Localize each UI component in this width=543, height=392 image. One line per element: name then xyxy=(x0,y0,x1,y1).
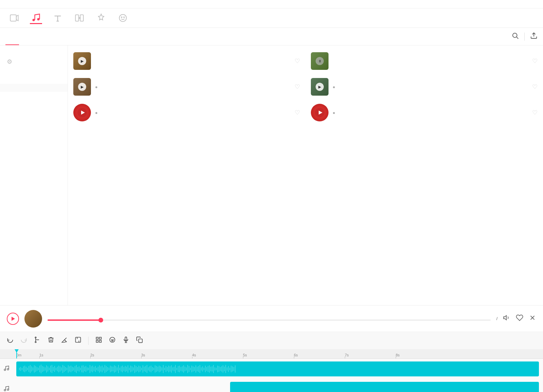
cut-button[interactable] xyxy=(34,336,41,345)
track-thumb-1: ▶ xyxy=(73,52,91,70)
track-name-unwritten: ● xyxy=(333,84,528,90)
svg-rect-4 xyxy=(75,15,78,21)
main-toolbar xyxy=(0,8,543,28)
svg-line-25 xyxy=(64,338,67,340)
sidebar-item-reggae[interactable] xyxy=(0,100,68,108)
ai-icon-6: ● xyxy=(333,110,335,115)
erase-button[interactable] xyxy=(61,336,68,345)
waveform-1: (function() { const heights = [8,12,6,16… xyxy=(16,361,539,376)
heart-icon-2[interactable]: ♡ xyxy=(532,57,538,65)
play-button-1[interactable]: ▶ xyxy=(78,57,86,65)
tab-most-used[interactable] xyxy=(33,28,46,45)
track-item-wild-spaghetti[interactable]: ▶ ♡ xyxy=(68,48,305,74)
svg-rect-34 xyxy=(125,337,127,340)
audio-track-bar-2[interactable] xyxy=(230,382,539,392)
svg-rect-0 xyxy=(10,15,16,21)
np-progress-handle[interactable] xyxy=(98,318,103,322)
heart-icon-5[interactable]: ♡ xyxy=(295,109,300,116)
heart-icon-1[interactable]: ♡ xyxy=(295,57,300,65)
heart-icon-4[interactable]: ♡ xyxy=(532,83,538,91)
svg-rect-32 xyxy=(99,340,101,342)
track-thumb-ai-2 xyxy=(311,104,329,121)
play-button-3[interactable]: ▶ xyxy=(78,83,86,91)
svg-point-40 xyxy=(4,389,6,391)
sidebar-item-experimental[interactable]: ⚙ xyxy=(0,48,68,70)
sidebar-item-new-age[interactable] xyxy=(0,92,68,100)
svg-rect-26 xyxy=(76,337,81,342)
tab-divider xyxy=(524,33,525,41)
np-time-display: / xyxy=(496,316,498,321)
svg-point-21 xyxy=(35,337,36,338)
np-play-button[interactable] xyxy=(7,313,19,325)
delete-button[interactable] xyxy=(48,336,54,345)
timeline-area[interactable]: 0m 1s 2s 3s 4s 5s 6s 7s 8s xyxy=(0,349,543,392)
tab-highest-spend[interactable] xyxy=(19,28,33,45)
track-name-yawning: ● xyxy=(95,84,291,90)
sidebar-item-classical[interactable] xyxy=(0,70,68,84)
now-playing-bar: / xyxy=(0,305,543,332)
np-close-icon[interactable] xyxy=(529,314,536,323)
transition-tool-icon[interactable] xyxy=(73,12,86,24)
np-thumbnail xyxy=(24,310,42,328)
track-name-ai-dance: ● xyxy=(95,110,291,115)
heart-icon-3[interactable]: ♡ xyxy=(295,83,300,91)
tab-all-music[interactable] xyxy=(5,28,19,45)
tab-holiday-music[interactable] xyxy=(60,28,73,45)
track-item-unwritten[interactable]: ▶ ● ♡ xyxy=(305,74,543,100)
video-tool-icon[interactable] xyxy=(8,12,20,24)
svg-rect-37 xyxy=(139,339,143,343)
ruler-mark-6s: 6s xyxy=(294,353,345,357)
track-thumb-2: ⏸ xyxy=(311,52,329,70)
audio-track-icon-2 xyxy=(3,386,10,392)
crop-button[interactable] xyxy=(75,336,81,345)
svg-point-6 xyxy=(119,15,127,22)
play-button-2[interactable]: ⏸ xyxy=(316,57,324,65)
music-tabs-bar xyxy=(0,28,543,45)
svg-point-41 xyxy=(7,389,9,391)
redo-button[interactable] xyxy=(20,336,27,345)
ai-icon-4: ● xyxy=(333,84,335,90)
audio-edit-button[interactable] xyxy=(109,336,116,345)
track-thumb-4: ▶ xyxy=(311,78,329,96)
sidebar-item-pop[interactable] xyxy=(0,108,68,116)
search-icon[interactable] xyxy=(511,32,519,41)
text-tool-icon[interactable] xyxy=(52,12,64,24)
sidebar-item-electronic[interactable] xyxy=(0,84,68,92)
upload-icon[interactable] xyxy=(530,32,538,41)
tab-genres-highest[interactable] xyxy=(46,28,60,45)
svg-point-8 xyxy=(124,17,124,18)
layout-button[interactable] xyxy=(95,336,102,345)
np-progress-bar[interactable] xyxy=(48,319,491,321)
mic-button[interactable] xyxy=(123,336,129,345)
breadcrumb xyxy=(0,0,543,8)
track-item-yawning[interactable]: ▶ ● ♡ xyxy=(68,74,305,100)
effects-tool-icon[interactable] xyxy=(95,12,107,24)
timeline-cursor[interactable] xyxy=(16,349,17,358)
tl-divider-1 xyxy=(88,337,89,345)
heart-icon-6[interactable]: ♡ xyxy=(532,109,538,116)
svg-marker-1 xyxy=(16,15,18,21)
timeline-ruler: 0m 1s 2s 3s 4s 5s 6s 7s 8s xyxy=(0,349,543,359)
genre-sidebar: ⚙ xyxy=(0,45,68,305)
svg-point-2 xyxy=(33,19,35,21)
play-button-4[interactable]: ▶ xyxy=(316,83,324,91)
sticker-tool-icon[interactable] xyxy=(117,12,129,24)
music-tool-icon[interactable] xyxy=(30,12,42,24)
track-item-sentimental[interactable]: ● ♡ xyxy=(305,100,543,125)
copy-button[interactable] xyxy=(136,336,143,345)
audio-track-bar-1[interactable]: (function() { const heights = [8,12,6,16… xyxy=(16,361,539,376)
audio-track-2-spacer xyxy=(16,382,230,392)
np-heart-icon[interactable] xyxy=(516,314,523,323)
svg-line-10 xyxy=(517,37,518,39)
track-item-grotesque[interactable]: ⏸ ♡ xyxy=(305,48,543,74)
svg-point-3 xyxy=(37,18,40,20)
track-name-sentimental: ● xyxy=(333,110,528,115)
ruler-mark-7s: 7s xyxy=(345,353,396,357)
track-item-ai-dance[interactable]: ● ♡ xyxy=(68,100,305,125)
svg-point-38 xyxy=(4,369,6,371)
volume-icon[interactable] xyxy=(503,314,510,323)
svg-point-39 xyxy=(7,369,9,370)
svg-rect-29 xyxy=(96,337,98,339)
undo-button[interactable] xyxy=(7,336,14,345)
track-grid: ▶ ♡ ⏸ ♡ ▶ xyxy=(68,48,543,125)
